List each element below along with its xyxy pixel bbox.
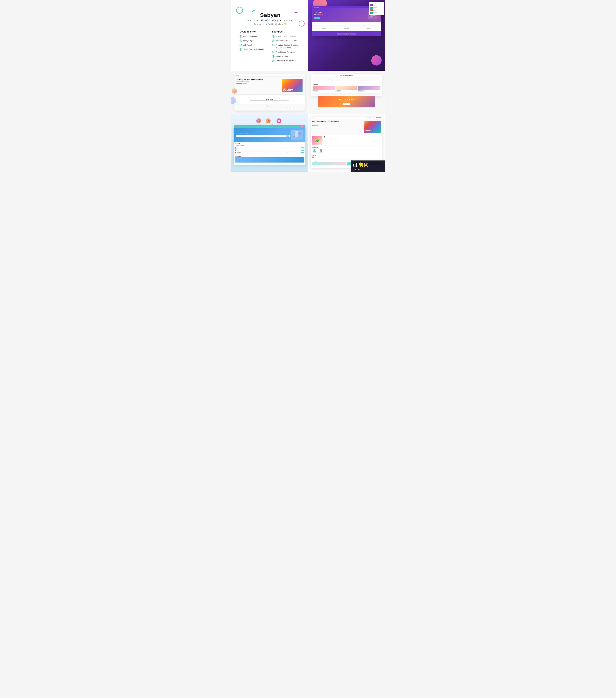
agency-mockup: Fuseco Home About Service Work Blog Smal…	[235, 74, 305, 111]
blog-panel: How Client Think About Fuseco " Great se…	[308, 71, 385, 114]
fuseco-link-home: Home	[367, 117, 368, 118]
job-figure: JOB SEARCH	[291, 130, 303, 140]
feature-item-2: 12 Columns Grid 1170px	[272, 39, 301, 42]
job-company-1: Indosuez Job	[265, 148, 286, 148]
strategy-desc: Strategic approach to delivering excepti…	[324, 138, 381, 139]
case-item-2: Content MarketingInsight Report 2020	[369, 7, 383, 9]
fuseco-hero-cta[interactable]: GET IN TOUCH	[312, 125, 318, 126]
job-popular: Popular Job All Category ▾ All Job Type …	[234, 142, 305, 155]
bullet-dot-2	[240, 40, 242, 42]
svg-point-4	[370, 17, 372, 18]
job-row-3: Senior Designer Indosuez Job $2,500 FULL…	[235, 151, 304, 154]
strategy-title: Straexe	[324, 136, 381, 138]
empathize-label: Empathize	[313, 151, 316, 152]
blog-item-2: Our Design Language Our Own Design Langu…	[336, 86, 358, 92]
agency-hero-subtitle: Specialize Agency Based Around on profes…	[237, 81, 280, 82]
icon-label-places: Find Places Nearby	[264, 124, 272, 125]
smart-home-mockup: Fuseco Home Service About Team GET START…	[311, 117, 382, 168]
define-desc: Define the problem	[319, 152, 324, 153]
svg-text:SEARCH: SEARCH	[298, 135, 300, 136]
agency-nav: Fuseco Home About Service Work Blog	[235, 74, 305, 76]
case-img-2	[369, 7, 373, 9]
icon-circle-places: 📍	[266, 118, 270, 123]
job-avatar-2	[235, 150, 236, 151]
job-table: UX Designer Indosuez Job $2,000 FULL TIM…	[235, 147, 304, 154]
define-label: Define	[320, 151, 322, 152]
job-nav: JoHunt Apply Now	[234, 125, 305, 128]
logo-nike: NIKE	[268, 96, 270, 96]
agency-nav-links: Home About Service Work Blog	[292, 75, 303, 75]
job-nav-logo: JoHunt	[235, 126, 239, 127]
testimonials-title: How Client Think About Fuseco	[313, 75, 380, 76]
svg-point-3	[374, 15, 377, 18]
fuseco-get-btn[interactable]: GET STARTED	[376, 117, 381, 118]
job-apply-3[interactable]: FULL TIME	[301, 152, 304, 153]
job-apply-2[interactable]: FULL TIME	[301, 150, 304, 151]
design-lang-badge-2: Our Own Design Language Our own design l…	[347, 93, 380, 96]
learn-more-link[interactable]: LEARN MORE	[236, 102, 240, 103]
job-search-btn[interactable]: Search	[286, 136, 289, 137]
fuseco-design-text: design	[364, 129, 373, 132]
watermark-sub: uil8.com	[353, 168, 368, 171]
blog-item-3: Our Design Language Our Own Design Langu…	[358, 86, 380, 92]
job-title-3: Senior Designer	[237, 152, 265, 153]
badge-desc-1: Our own design language	[313, 95, 319, 95]
agency-desc: Our fans directly the efficiency of our …	[236, 100, 303, 101]
design-lang-badge-1: Our own design language Our own design l…	[313, 93, 346, 96]
feature-item-6: Compatible With Sketch	[272, 59, 301, 62]
mock-hero-title: Turn Clicks Into Customer	[314, 12, 335, 15]
pack-label: 55 Landing Page Pack	[240, 19, 301, 22]
job-filter-1[interactable]: All Category ▾	[235, 145, 240, 146]
job-icons-row: 🔍 Jobs 📍 Find Places Nearby 📋 Upload Res…	[234, 117, 305, 125]
fuseco-nav-links: Home Service About Team GET STARTED	[367, 117, 381, 118]
feature-item-3: Premium Design, Creative and unique Layo…	[272, 44, 301, 49]
industry-legal: Legal Service	[336, 25, 357, 27]
case-text-4: Marketing SolutionBusiness Growth	[373, 12, 377, 14]
agency-hero-right: design	[282, 79, 303, 93]
design-lang-badges: Our own design language Our own design l…	[311, 93, 381, 96]
job-row-1: UX Designer Indosuez Job $2,000 FULL TIM…	[235, 147, 304, 149]
deco-dash-green	[252, 10, 255, 12]
designed-item-3: Job Portal	[240, 44, 269, 46]
sketch-emoji: 💛	[284, 23, 287, 25]
blog-item-title-3: Our Design Language	[358, 90, 380, 91]
job-filter-2[interactable]: All Job Type ▾	[240, 145, 246, 146]
step-2: Collect the Information You can find a s…	[259, 108, 280, 109]
empathize-icon	[313, 149, 316, 151]
job-apply-1[interactable]: FULL TIME	[301, 148, 304, 148]
agency-hero-btns: GET STARTED LEARN MORE	[237, 83, 280, 84]
feat-dot-6	[272, 59, 275, 62]
agency-link-blog: Blog	[302, 75, 303, 75]
job-company-3: Indosuez Job	[265, 152, 286, 153]
svg-text:JOB: JOB	[299, 134, 301, 135]
cta-button[interactable]: Get In Touch	[343, 103, 350, 105]
job-apply-btn[interactable]: Apply Now	[300, 126, 304, 127]
brand-title-block: Sabyan	[240, 12, 301, 18]
case-img-1	[369, 4, 373, 6]
icon-label-jobs: Jobs	[258, 124, 260, 125]
case-text-1: 2000 for ProblemsWe Carefully Working	[373, 5, 377, 6]
job-search-input[interactable]: Job Title, Keywords...	[236, 136, 286, 137]
job-company-2: Indosuez Job	[265, 150, 286, 150]
testimonial-author-2: — Hey Ben	[348, 80, 379, 80]
job-popular-title: Popular Job	[235, 143, 304, 144]
agency-hero-left: Small Details Make A Big Impression. Spe…	[237, 79, 280, 93]
service-btn-3: Start Your Own Trust	[350, 33, 356, 34]
step-2-title: Collect the Information	[259, 108, 280, 108]
bullet-dot-4	[240, 48, 242, 51]
icon-circle-search: 🔍	[256, 118, 261, 123]
agency-nav-logo: Fuseco	[236, 75, 239, 76]
job-portal-panel: 🔍 Jobs 📍 Find Places Nearby 📋 Upload Res…	[231, 114, 308, 172]
blog-item-title-1: Our Design Language	[313, 90, 335, 91]
blog-title: Fuseco Blog	[313, 84, 380, 85]
job-filters: All Category ▾ All Job Type ▾	[235, 145, 304, 146]
agency-get-started: GET STARTED	[237, 83, 242, 84]
case-img-4	[369, 12, 373, 14]
fuseco-link-about: About	[372, 117, 373, 118]
fuseco-bottom-panel: Fuseco Home Service About Team GET START…	[308, 114, 385, 172]
step-1-desc: You can't find a solution without defini…	[236, 109, 258, 109]
cta-wrapper: Ready To Get Started Get In Touch	[311, 96, 381, 111]
agency-logos: Google sl slack NIKE tumblr facebook	[235, 95, 305, 97]
job-row-2: Design Director Indosuez Job $3,500 FULL…	[235, 149, 304, 151]
agency-link-service: Service	[297, 75, 299, 75]
